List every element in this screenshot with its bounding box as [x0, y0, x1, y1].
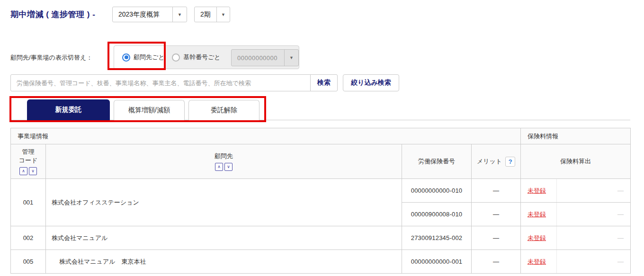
sort-desc-icon[interactable]: ∨ [29, 167, 37, 175]
merit-label: メリット [477, 157, 502, 166]
table-row: 005 株式会社マニュアル 東京本社 00000000000-001 ― 未登録… [11, 250, 631, 274]
premium-calc-cell: 未登録 — [521, 226, 631, 250]
col-header-premium-calc: 保険料算出 [521, 144, 631, 179]
company-name-cell: 株式会社マニュアル 東京本社 [46, 250, 402, 274]
unregistered-link[interactable]: 未登録 [528, 258, 546, 266]
page: 期中増減 ( 進捗管理 ) - 2023年度概算 ▼ 2期 ▼ 顧問先/事業場の… [0, 0, 644, 276]
table-row: 002 株式会社マニュアル 27300912345-002 ― 未登録 — [11, 226, 631, 250]
management-code-cell: 002 [11, 226, 46, 250]
table-row: 001 株式会社オフィスステーション 00000000000-010 ― 未登録… [11, 179, 631, 203]
management-code-label-line1: 管理 [19, 148, 38, 156]
radio-by-base-number-label: 基幹番号ごと [183, 53, 221, 62]
fiscal-year-select[interactable]: 2023年度概算 ▼ [112, 7, 187, 22]
merit-cell: ― [472, 203, 521, 226]
col-header-management-code: 管理 コード ∧ ∨ [11, 144, 46, 179]
premium-dash: — [556, 179, 630, 202]
sort-asc-icon[interactable]: ∧ [215, 163, 223, 171]
col-header-labor-insurance-no: 労働保険番号 [402, 144, 472, 179]
tab-new-consignment[interactable]: 新規委託 [27, 99, 110, 120]
radio-by-client[interactable]: 顧問先ごと [122, 46, 165, 69]
group-header-office-info: 事業場情報 [11, 128, 521, 144]
page-title: 期中増減 ( 進捗管理 ) - [10, 9, 95, 20]
tab-estimate-increase-decrease[interactable]: 概算増額/減額 [114, 100, 185, 120]
merit-cell: ― [472, 179, 521, 203]
unregistered-link[interactable]: 未登録 [528, 234, 546, 242]
unregistered-link[interactable]: 未登録 [528, 187, 546, 195]
labor-insurance-no-cell: 00000000000-010 [402, 179, 472, 203]
fiscal-year-select-value: 2023年度概算 [113, 7, 172, 22]
dropdown-arrow-icon: ▼ [172, 7, 187, 22]
client-label: 顧問先 [215, 152, 233, 160]
table-group-header-row: 事業場情報 保険料情報 [11, 128, 631, 144]
company-name-cell: 株式会社オフィスステーション [46, 179, 402, 226]
tab-consignment-cancellation[interactable]: 委託解除 [188, 100, 259, 120]
dropdown-arrow-icon: ▼ [284, 50, 298, 66]
filter-search-button[interactable]: 絞り込み検索 [343, 74, 399, 91]
sort-desc-icon[interactable]: ∨ [224, 163, 233, 171]
company-name-cell: 株式会社マニュアル [46, 226, 402, 250]
radio-by-base-number[interactable]: 基幹番号ごと [172, 46, 221, 69]
term-select-value: 2期 [195, 7, 216, 22]
radio-unchecked-icon [172, 53, 180, 62]
merit-cell: ― [472, 226, 521, 250]
table-column-header-row: 管理 コード ∧ ∨ 顧問先 ∧ ∨ [11, 144, 631, 179]
premium-calc-cell: 未登録 — [521, 250, 631, 274]
labor-insurance-no-cell: 00000000000-001 [402, 250, 472, 274]
view-switch-panel: 顧問先ごと 基幹番号ごと 00000000000 ▼ [114, 45, 299, 69]
premium-calc-cell: 未登録 — [521, 203, 631, 226]
col-header-client: 顧問先 ∧ ∨ [46, 144, 402, 179]
management-code-cell: 005 [11, 250, 46, 274]
view-switch-label: 顧問先/事業場の表示切替え： [10, 53, 92, 62]
search-button[interactable]: 検索 [310, 74, 338, 91]
premium-calc-cell: 未登録 — [521, 179, 631, 203]
search-input[interactable] [10, 74, 311, 91]
labor-insurance-no-cell: 00000900008-010 [402, 203, 472, 226]
group-header-insurance-info: 保険料情報 [521, 128, 631, 144]
radio-checked-icon [122, 53, 130, 62]
premium-dash: — [556, 203, 630, 226]
unregistered-link[interactable]: 未登録 [528, 210, 546, 219]
management-code-label-line2: コード [19, 156, 38, 165]
base-number-select: 00000000000 ▼ [231, 49, 299, 66]
radio-by-client-label: 顧問先ごと [134, 53, 165, 62]
base-number-select-value: 00000000000 [232, 50, 284, 66]
labor-insurance-no-cell: 27300912345-002 [402, 226, 472, 250]
management-code-cell: 001 [11, 179, 46, 226]
merit-help-icon[interactable]: ? [505, 157, 515, 167]
dropdown-arrow-icon: ▼ [216, 7, 230, 22]
progress-table: 事業場情報 保険料情報 管理 コード ∧ ∨ [10, 128, 631, 274]
col-header-merit: メリット ? [472, 144, 521, 179]
term-select[interactable]: 2期 ▼ [194, 7, 230, 22]
premium-dash: — [556, 250, 630, 273]
merit-cell: ― [472, 250, 521, 274]
sort-asc-icon[interactable]: ∧ [19, 167, 27, 175]
premium-dash: — [556, 226, 630, 249]
